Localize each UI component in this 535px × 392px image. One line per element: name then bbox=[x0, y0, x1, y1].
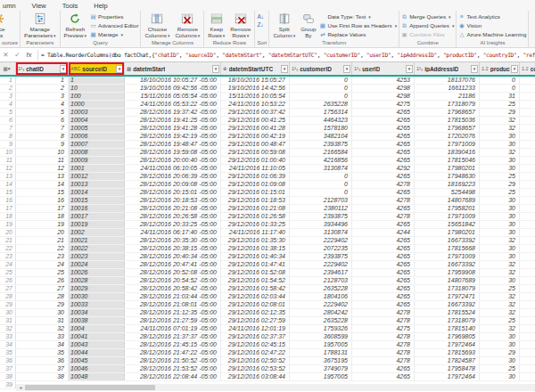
cell-productID[interactable]: 32 bbox=[480, 309, 520, 316]
cell-datetmStart[interactable]: 28/12/2016 20:33:25 -05:00 bbox=[125, 221, 221, 228]
cell-datetmStart[interactable]: 28/12/2016 19:42:19 -05:00 bbox=[125, 133, 221, 140]
cell-countryID[interactable] bbox=[520, 149, 535, 156]
cell-productID[interactable]: 25 bbox=[480, 285, 520, 292]
cell-productID[interactable]: 25 bbox=[480, 365, 520, 372]
column-header-datetmStartUTC[interactable]: ⊕datetmStartUTC▾ bbox=[221, 62, 290, 75]
cell-ipAddressID[interactable]: 16673392 bbox=[415, 261, 480, 268]
cell-sourceID[interactable]: 10021 bbox=[69, 237, 125, 244]
cell-ipAddressID[interactable]: 17815036 bbox=[415, 117, 480, 124]
cell-userID[interactable]: 4265 bbox=[352, 373, 415, 380]
cell-countryID[interactable] bbox=[520, 245, 535, 252]
cell-datetmStart[interactable]: 28/12/2016 21:37:37 -05:00 bbox=[125, 333, 221, 340]
cell-productID[interactable]: 32 bbox=[480, 293, 520, 300]
cell-productID[interactable]: 29 bbox=[480, 349, 520, 356]
cell-userID[interactable]: 4265 bbox=[352, 157, 415, 164]
filter-dropdown-icon[interactable]: ▾ bbox=[343, 65, 350, 73]
cell-datetmStartUTC[interactable]: 29/12/2016 00:37:42 bbox=[221, 109, 290, 116]
filter-dropdown-icon[interactable]: ▾ bbox=[60, 65, 67, 73]
cell-productID[interactable]: 25 bbox=[480, 173, 520, 180]
cell-chatID[interactable]: 34 bbox=[16, 341, 69, 348]
cell-chatID[interactable]: 28 bbox=[16, 293, 69, 300]
cell-datetmStart[interactable]: 28/12/2016 20:00:40 -05:00 bbox=[125, 157, 221, 164]
cell-chatID[interactable]: 10 bbox=[16, 149, 69, 156]
fx-icon[interactable]: fx bbox=[23, 51, 35, 59]
cell-customerID[interactable]: 0 bbox=[290, 181, 352, 188]
cell-countryID[interactable] bbox=[520, 109, 535, 116]
cell-countryID[interactable] bbox=[520, 341, 535, 348]
cell-datetmStartUTC[interactable]: 29/12/2016 01:52:08 bbox=[221, 269, 290, 276]
cell-customerID[interactable]: 3934496 bbox=[290, 221, 352, 228]
cell-ipAddressID[interactable]: 17980201 bbox=[415, 165, 480, 172]
cell-datetmStart[interactable]: 28/12/2016 21:53:52 -05:00 bbox=[125, 365, 221, 372]
cell-countryID[interactable] bbox=[520, 317, 535, 324]
cell-ipAddressID[interactable]: 18169223 bbox=[415, 181, 480, 188]
cell-productID[interactable]: 32 bbox=[480, 237, 520, 244]
cell-datetmStartUTC[interactable]: 29/12/2016 02:12:35 bbox=[221, 309, 290, 316]
cell-userID[interactable]: 4265 bbox=[352, 293, 415, 300]
cell-chatID[interactable]: 26 bbox=[16, 277, 69, 284]
cell-chatID[interactable]: 16 bbox=[16, 197, 69, 204]
cell-ipAddressID[interactable]: 17971009 bbox=[415, 213, 480, 220]
cell-countryID[interactable] bbox=[520, 301, 535, 308]
cell-datetmStartUTC[interactable]: 29/12/2016 02:45:15 bbox=[221, 341, 290, 348]
cell-productID[interactable]: 32 bbox=[480, 117, 520, 124]
cell-productID[interactable]: 30 bbox=[480, 141, 520, 148]
cell-productID[interactable]: 30 bbox=[480, 221, 520, 228]
cell-chatID[interactable]: 23 bbox=[16, 253, 69, 260]
cell-chatID[interactable]: 22 bbox=[16, 245, 69, 252]
cell-datetmStart[interactable]: 28/12/2016 20:52:08 -05:00 bbox=[125, 269, 221, 276]
cell-ipAddressID[interactable]: 17958201 bbox=[415, 205, 480, 212]
cell-ipAddressID[interactable]: 17318079 bbox=[415, 285, 480, 292]
cell-datetmStart[interactable]: 28/12/2016 20:15:01 -05:00 bbox=[125, 189, 221, 196]
cell-userID[interactable]: 4265 bbox=[352, 301, 415, 308]
cell-productID[interactable]: 32 bbox=[480, 149, 520, 156]
scroll-left-icon[interactable]: ◂ bbox=[16, 384, 25, 391]
cell-userID[interactable]: 4244 bbox=[352, 229, 415, 236]
cell-sourceID[interactable]: 10015 bbox=[69, 197, 125, 204]
cell-datetmStartUTC[interactable]: 29/12/2016 01:06:39 bbox=[221, 173, 290, 180]
cell-countryID[interactable] bbox=[520, 181, 535, 188]
cell-datetmStart[interactable]: 19/10/2016 09:42:56 -05:00 bbox=[125, 85, 221, 92]
cell-productID[interactable]: 30 bbox=[480, 357, 520, 364]
cell-datetmStart[interactable]: 28/12/2016 21:27:59 -05:00 bbox=[125, 317, 221, 324]
cell-productID[interactable]: 25 bbox=[480, 189, 520, 196]
cell-datetmStartUTC[interactable]: 29/12/2016 00:42:19 bbox=[221, 133, 290, 140]
cell-userID[interactable]: 4265 bbox=[352, 109, 415, 116]
cell-chatID[interactable]: 33 bbox=[16, 333, 69, 340]
combine-files-button[interactable]: ▣Combine Files bbox=[401, 30, 454, 38]
cell-userID[interactable]: 4278 bbox=[352, 317, 415, 324]
menu-item-add-column-partial[interactable]: umn bbox=[3, 2, 16, 10]
cell-customerID[interactable]: 2128703 bbox=[290, 197, 352, 204]
cell-ipAddressID[interactable]: 15651842 bbox=[415, 221, 480, 228]
column-header-customerID[interactable]: 1²₃customerID▾ bbox=[290, 62, 352, 75]
cell-customerID[interactable]: 1578180 bbox=[290, 125, 352, 132]
cell-userID[interactable]: 4265 bbox=[352, 245, 415, 252]
cell-productID[interactable]: 30 bbox=[480, 333, 520, 340]
cell-chatID[interactable]: 18 bbox=[16, 213, 69, 220]
cell-datetmStart[interactable]: 15/11/2016 05:05:54 -05:00 bbox=[125, 93, 221, 100]
cell-chatID[interactable]: 25 bbox=[16, 269, 69, 276]
cell-datetmStart[interactable]: 18/10/2016 10:05:27 -05:00 bbox=[125, 77, 221, 84]
cell-datetmStart[interactable]: 28/12/2016 20:38:15 -05:00 bbox=[125, 245, 221, 252]
cell-sourceID[interactable]: 10009 bbox=[69, 157, 125, 164]
cell-customerID[interactable]: 2229402 bbox=[290, 237, 352, 244]
cell-sourceID[interactable]: 10 bbox=[69, 85, 125, 92]
remove-rows-button[interactable]: RemoveRows▾ bbox=[228, 12, 252, 40]
cell-ipAddressID[interactable]: 17815046 bbox=[415, 157, 480, 164]
cell-countryID[interactable] bbox=[520, 197, 535, 204]
cell-ipAddressID[interactable]: 18137076 bbox=[415, 77, 480, 84]
use-first-row-as-headers-button[interactable]: ▦Use First Row as Headers▾ bbox=[319, 21, 397, 29]
cell-ipAddressID[interactable]: 17980201 bbox=[415, 229, 480, 236]
cell-userID[interactable]: 4265 bbox=[352, 253, 415, 260]
cell-chatID[interactable]: 36 bbox=[16, 357, 69, 364]
cell-datetmStart[interactable]: 28/12/2016 20:18:53 -05:00 bbox=[125, 197, 221, 204]
cell-userID[interactable]: 4265 bbox=[352, 117, 415, 124]
cell-userID[interactable]: 4292 bbox=[352, 165, 415, 172]
cell-sourceID[interactable]: 10022 bbox=[69, 245, 125, 252]
cell-datetmStart[interactable]: 28/12/2016 21:50:52 -05:00 bbox=[125, 357, 221, 364]
cancel-icon[interactable]: ✕ bbox=[0, 51, 12, 59]
cell-sourceID[interactable]: 10004 bbox=[69, 117, 125, 124]
cell-sourceID[interactable]: 1000 bbox=[69, 101, 125, 108]
cell-datetmStartUTC[interactable]: 29/12/2016 00:48:47 bbox=[221, 141, 290, 148]
horizontal-scrollbar[interactable]: ◂ bbox=[16, 384, 535, 391]
